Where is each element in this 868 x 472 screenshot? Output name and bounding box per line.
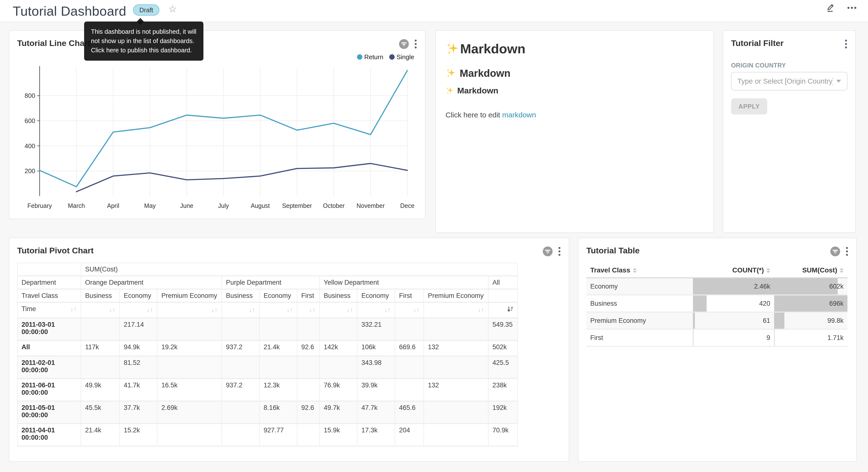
pivot-subcolumn-header[interactable]: Economy (259, 289, 297, 302)
column-header-travel-class[interactable]: Travel Class (586, 263, 693, 278)
tooltip-line: not show up in the list of dashboards. (91, 37, 194, 45)
legend-item-return[interactable]: Return (357, 53, 383, 61)
markdown-h2-text: Markdown (460, 67, 510, 79)
pivot-subcolumn-header[interactable]: Economy (120, 289, 157, 302)
pivot-sort-cell[interactable]: ↓↑ (157, 302, 222, 318)
pivot-row: All117k94.9k19.2k937.221.4k92.6142k106k6… (18, 341, 518, 356)
filter-indicator-icon[interactable] (399, 39, 409, 50)
sort-icon[interactable]: ↓↑ (413, 306, 420, 314)
pivot-value-cell: 549.35 (488, 318, 518, 341)
pivot-value-cell: 70.9k (488, 423, 518, 446)
kebab-menu-icon[interactable] (844, 39, 847, 50)
sort-icon[interactable]: ↓↑ (478, 306, 484, 314)
pivot-sort-cell[interactable]: ↓↑ (81, 302, 120, 318)
sort-icon[interactable]: ↓↑ (309, 306, 315, 314)
travel-class-cell: Premium Economy (586, 312, 693, 329)
sparkles-icon (445, 68, 457, 79)
edit-pencil-icon[interactable] (826, 3, 836, 13)
pivot-sort-cell[interactable]: ↓↑ (357, 302, 395, 318)
pivot-time-sort-cell[interactable]: Time↓↑ (18, 302, 81, 318)
axis-label: February (27, 202, 52, 209)
markdown-edit-link[interactable]: markdown (502, 111, 536, 119)
sort-icon[interactable]: ↓↑ (286, 306, 293, 314)
sort-desc-active-icon[interactable] (507, 306, 514, 313)
pivot-sort-cell[interactable]: ↓↑ (222, 302, 259, 318)
sort-icon[interactable]: ↓↑ (70, 305, 77, 313)
pivot-subcolumn-header[interactable]: Premium Economy (424, 289, 488, 302)
pivot-value-cell: 204 (395, 423, 424, 446)
pivot-subcolumn-header[interactable]: First (297, 289, 319, 302)
kebab-menu-icon[interactable] (558, 246, 561, 257)
kebab-menu-icon[interactable] (414, 39, 417, 50)
count-cell: 2.46k (693, 278, 774, 295)
pivot-subcolumn-header (488, 289, 518, 302)
sort-icon[interactable] (632, 268, 637, 273)
pivot-value-cell: 12.3k (259, 379, 297, 401)
pivot-subcolumn-header[interactable]: Business (319, 289, 357, 302)
markdown-h1-text: Markdown (460, 41, 525, 57)
sort-icon[interactable]: ↓↑ (347, 306, 353, 314)
favorite-star-icon[interactable]: ☆ (168, 3, 177, 15)
table-card-title: Tutorial Table (586, 246, 640, 256)
table-row: Economy2.46k602k (586, 278, 847, 295)
origin-country-select[interactable]: Type or Select [Origin Country] (731, 72, 847, 90)
axis-label: Dece (400, 202, 414, 209)
pivot-chart-card: Tutorial Pivot Chart SUM(Cost)Department… (9, 238, 569, 462)
sort-icon[interactable]: ↓↑ (211, 306, 218, 314)
table-row: Premium Economy6199.8k (586, 312, 847, 329)
publish-tooltip: This dashboard is not published, it will… (84, 22, 203, 60)
filter-indicator-icon[interactable] (542, 246, 553, 257)
column-header-sum-cost-[interactable]: SUM(Cost) (774, 263, 847, 278)
pivot-value-cell (222, 318, 259, 341)
pivot-sort-cell[interactable]: ↓↑ (120, 302, 157, 318)
sort-icon[interactable]: ↓↑ (109, 306, 115, 314)
legend-dot (357, 54, 362, 60)
ellipsis-menu-icon[interactable] (846, 3, 857, 13)
column-header-label: COUNT(*) (732, 266, 764, 274)
pivot-value-cell: 19.2k (157, 341, 222, 356)
pivot-value-cell: 465.6 (395, 401, 424, 423)
pivot-sort-cell[interactable]: ↓↑ (424, 302, 488, 318)
sort-icon[interactable]: ↓↑ (384, 306, 391, 314)
pivot-subcolumn-header[interactable]: Business (222, 289, 259, 302)
pivot-sort-cell[interactable]: ↓↑ (395, 302, 424, 318)
sum-cost-cell: 602k (774, 278, 847, 295)
pivot-sort-cell[interactable]: ↓↑ (297, 302, 319, 318)
pivot-group-header[interactable]: Yellow Department (319, 276, 488, 289)
pivot-group-header[interactable]: All (488, 276, 518, 289)
sort-icon[interactable]: ↓↑ (147, 306, 153, 314)
pivot-group-header[interactable]: Purple Department (222, 276, 319, 289)
draft-status-badge[interactable]: Draft (133, 4, 159, 16)
legend-item-single[interactable]: Single (389, 53, 414, 61)
pivot-row-label: 2011-06-01 00:00:00 (18, 379, 81, 401)
pivot-value-cell: 92.6 (297, 401, 319, 423)
pivot-value-cell: 49.9k (81, 379, 120, 401)
column-header-count-[interactable]: COUNT(*) (693, 263, 774, 278)
pivot-value-cell (297, 356, 319, 379)
pivot-value-cell (395, 318, 424, 341)
sum-cost-cell: 696k (774, 295, 847, 312)
pivot-value-cell: 669.6 (395, 341, 424, 356)
pivot-sort-cell[interactable]: ↓↑ (259, 302, 297, 318)
pivot-group-header[interactable]: Orange Department (81, 276, 222, 289)
filter-card: Tutorial Filter ORIGIN COUNTRY Type or S… (723, 30, 856, 233)
kebab-menu-icon[interactable] (845, 246, 848, 257)
pivot-row: 2011-05-01 00:00:0045.5k37.7k2.69k8.16k9… (18, 401, 518, 423)
apply-button[interactable]: APPLY (731, 98, 767, 114)
pivot-sort-cell[interactable]: ↓↑ (319, 302, 357, 318)
pivot-sort-cell[interactable] (488, 302, 518, 318)
pivot-value-cell (157, 318, 222, 341)
markdown-h3-text: Markdown (457, 86, 498, 96)
pivot-subcolumn-header[interactable]: Economy (357, 289, 395, 302)
sort-icon[interactable] (840, 268, 843, 273)
sort-icon[interactable]: ↓↑ (249, 306, 255, 314)
line-chart-plot[interactable]: 200400600800FebruaryMarchAprilMayJuneJul… (16, 63, 417, 216)
pivot-value-cell: 332.21 (357, 318, 395, 341)
pivot-value-cell: 217.14 (120, 318, 157, 341)
filter-indicator-icon[interactable] (830, 246, 841, 257)
pivot-subcolumn-header[interactable]: Business (81, 289, 120, 302)
pivot-subcolumn-header[interactable]: First (395, 289, 424, 302)
sort-icon[interactable] (766, 268, 770, 273)
pivot-subcolumn-header[interactable]: Premium Economy (157, 289, 222, 302)
pivot-value-cell (297, 318, 319, 341)
